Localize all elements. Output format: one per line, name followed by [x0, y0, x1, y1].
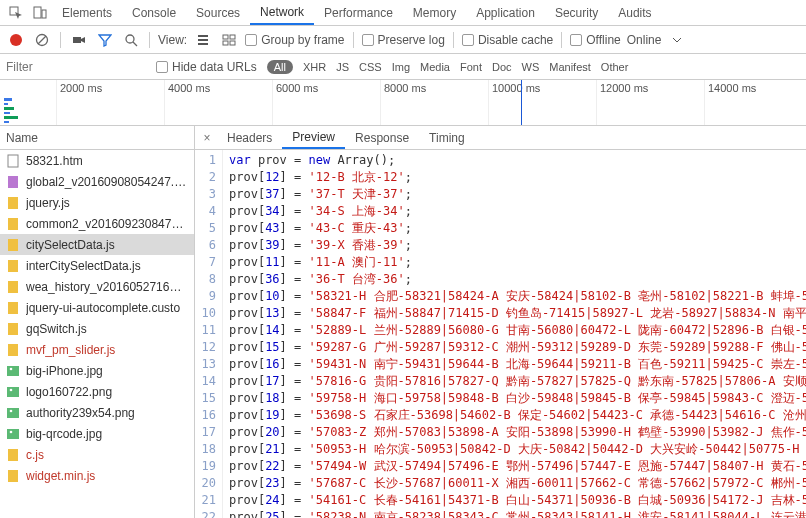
separator — [453, 32, 454, 48]
ruler-tick: 2000 ms — [60, 82, 102, 94]
request-row[interactable]: citySelectData.js — [0, 234, 194, 255]
svg-rect-21 — [8, 281, 18, 293]
request-list: Name 58321.htmglobal2_v20160908054247.cs… — [0, 126, 195, 518]
filter-type-js[interactable]: JS — [336, 61, 349, 73]
file-name: mvf_pm_slider.js — [26, 343, 115, 357]
request-row[interactable]: wea_history_v201605271626142 — [0, 276, 194, 297]
file-name: 58321.htm — [26, 154, 83, 168]
detail-tab-response[interactable]: Response — [345, 126, 419, 149]
request-row[interactable]: c.js — [0, 444, 194, 465]
file-icon — [6, 406, 20, 420]
search-icon[interactable] — [121, 30, 141, 50]
svg-rect-31 — [7, 429, 19, 439]
separator — [149, 32, 150, 48]
svg-rect-1 — [34, 7, 41, 18]
ruler-tick: 4000 ms — [168, 82, 210, 94]
tab-audits[interactable]: Audits — [608, 0, 661, 25]
view-frames-icon[interactable] — [219, 30, 239, 50]
offline-checkbox[interactable]: Offline — [570, 33, 620, 47]
file-icon — [6, 217, 20, 231]
file-icon — [6, 259, 20, 273]
request-row[interactable]: interCitySelectData.js — [0, 255, 194, 276]
hide-data-urls-checkbox[interactable]: Hide data URLs — [156, 60, 257, 74]
tab-performance[interactable]: Performance — [314, 0, 403, 25]
record-button[interactable] — [6, 30, 26, 50]
file-icon — [6, 175, 20, 189]
tab-security[interactable]: Security — [545, 0, 608, 25]
preview-code[interactable]: 1 2 3 4 5 6 7 8 9 10 11 12 13 14 15 16 1… — [195, 150, 806, 518]
filter-type-media[interactable]: Media — [420, 61, 450, 73]
file-name: interCitySelectData.js — [26, 259, 141, 273]
request-row[interactable]: mvf_pm_slider.js — [0, 339, 194, 360]
request-row[interactable]: jquery.js — [0, 192, 194, 213]
name-column-header[interactable]: Name — [0, 126, 194, 150]
svg-rect-16 — [8, 176, 18, 188]
svg-rect-19 — [8, 239, 18, 251]
inspect-icon[interactable] — [4, 6, 28, 20]
close-icon[interactable]: × — [197, 131, 217, 145]
tab-memory[interactable]: Memory — [403, 0, 466, 25]
timing-ruler[interactable]: 2000 ms4000 ms6000 ms8000 ms10000 ms1200… — [0, 80, 806, 126]
tab-network[interactable]: Network — [250, 0, 314, 25]
tab-application[interactable]: Application — [466, 0, 545, 25]
request-row[interactable]: global2_v20160908054247.css — [0, 171, 194, 192]
detail-tab-timing[interactable]: Timing — [419, 126, 475, 149]
filter-type-doc[interactable]: Doc — [492, 61, 512, 73]
ruler-tick: 12000 ms — [600, 82, 648, 94]
filter-input[interactable] — [6, 60, 146, 74]
ruler-tick: 10000 ms — [492, 82, 540, 94]
file-name: big-iPhone.jpg — [26, 364, 103, 378]
filter-pill-all[interactable]: All — [267, 60, 293, 74]
filter-type-ws[interactable]: WS — [522, 61, 540, 73]
group-by-frame-checkbox[interactable]: Group by frame — [245, 33, 344, 47]
request-row[interactable]: big-qrcode.jpg — [0, 423, 194, 444]
view-list-icon[interactable] — [193, 30, 213, 50]
file-name: citySelectData.js — [26, 238, 115, 252]
request-row[interactable]: gqSwitch.js — [0, 318, 194, 339]
detail-tab-headers[interactable]: Headers — [217, 126, 282, 149]
dropdown-icon[interactable] — [667, 30, 687, 50]
tab-sources[interactable]: Sources — [186, 0, 250, 25]
svg-rect-29 — [7, 408, 19, 418]
filter-type-manifest[interactable]: Manifest — [549, 61, 591, 73]
filter-type-xhr[interactable]: XHR — [303, 61, 326, 73]
clear-icon[interactable] — [32, 30, 52, 50]
filter-type-css[interactable]: CSS — [359, 61, 382, 73]
svg-rect-33 — [8, 449, 18, 461]
device-icon[interactable] — [28, 6, 52, 20]
tab-elements[interactable]: Elements — [52, 0, 122, 25]
file-name: c.js — [26, 448, 44, 462]
file-icon — [6, 427, 20, 441]
filter-type-other[interactable]: Other — [601, 61, 629, 73]
main-split: Name 58321.htmglobal2_v20160908054247.cs… — [0, 126, 806, 518]
svg-point-26 — [10, 367, 13, 370]
file-name: jquery-ui-autocomplete.custo — [26, 301, 180, 315]
request-row[interactable]: logo160722.png — [0, 381, 194, 402]
svg-rect-24 — [8, 344, 18, 356]
request-row[interactable]: jquery-ui-autocomplete.custo — [0, 297, 194, 318]
request-row[interactable]: authority239x54.png — [0, 402, 194, 423]
preserve-log-checkbox[interactable]: Preserve log — [362, 33, 445, 47]
filter-icon[interactable] — [95, 30, 115, 50]
request-row[interactable]: common2_v20160923084755.j — [0, 213, 194, 234]
main-tabs: ElementsConsoleSourcesNetworkPerformance… — [0, 0, 806, 26]
svg-point-30 — [10, 409, 13, 412]
filter-type-font[interactable]: Font — [460, 61, 482, 73]
file-icon — [6, 196, 20, 210]
network-toolbar: View: Group by frame Preserve log Disabl… — [0, 26, 806, 54]
svg-rect-12 — [230, 35, 235, 39]
tab-console[interactable]: Console — [122, 0, 186, 25]
disable-cache-checkbox[interactable]: Disable cache — [462, 33, 553, 47]
file-icon — [6, 469, 20, 483]
detail-tab-preview[interactable]: Preview — [282, 126, 345, 149]
request-row[interactable]: widget.min.js — [0, 465, 194, 486]
svg-rect-22 — [8, 302, 18, 314]
filter-bar: Hide data URLs All XHRJSCSSImgMediaFontD… — [0, 54, 806, 80]
request-row[interactable]: 58321.htm — [0, 150, 194, 171]
request-row[interactable]: big-iPhone.jpg — [0, 360, 194, 381]
filter-type-img[interactable]: Img — [392, 61, 410, 73]
svg-line-7 — [133, 42, 137, 46]
throttling-select[interactable]: Online — [627, 33, 662, 47]
separator — [353, 32, 354, 48]
camera-icon[interactable] — [69, 30, 89, 50]
